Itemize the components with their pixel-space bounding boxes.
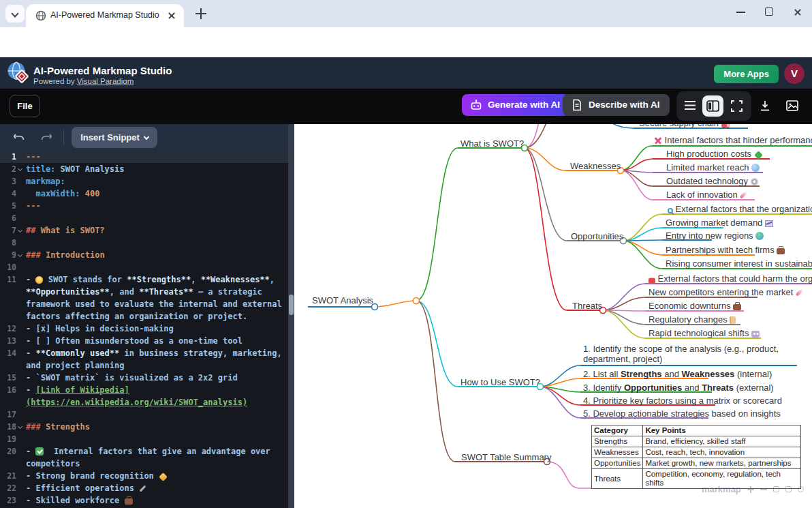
mindmap-node-swot-table-summary[interactable]: SWOT Table Summary	[461, 452, 551, 462]
fold-chevron-icon[interactable]	[18, 424, 22, 429]
window-close-button[interactable]	[792, 7, 802, 17]
mindmap-node-weakness-item-4[interactable]: Outdated technology	[666, 176, 758, 186]
editor-only-view-icon[interactable]	[685, 101, 696, 110]
editor-row[interactable]: framework used to evaluate the internal …	[0, 298, 289, 310]
editor-row[interactable]: 10	[0, 261, 289, 273]
editor-row[interactable]: 3markmap:	[0, 175, 289, 188]
editor-row[interactable]: 16- [Link of Wikipedia]	[0, 384, 289, 396]
mindmap-node-threat-item-5[interactable]: Rapid technological shifts	[649, 328, 760, 338]
editor-row[interactable]: 2title: SWOT Analysis	[0, 163, 289, 175]
mindmap-node-threat-item-1[interactable]: External factors that could harm the org…	[649, 273, 812, 284]
tab-close-icon[interactable]	[166, 10, 177, 21]
editor-row[interactable]: 13- [ ] Often misunderstood as a one-tim…	[0, 335, 289, 347]
editor-row[interactable]: 20- Internal factors that give an advant…	[0, 445, 289, 458]
mindmap-node-howto-step-2[interactable]: 2. List all Strengths and Weaknesses (in…	[583, 369, 772, 379]
window-minimize-button[interactable]	[736, 7, 746, 16]
editor-scrollbar[interactable]	[288, 124, 294, 508]
editor-row[interactable]: 1---	[0, 151, 289, 163]
mindmap-node-weaknesses[interactable]: Weaknesses	[570, 161, 621, 171]
insert-snippet-button[interactable]: Insert Snippet	[72, 127, 157, 148]
fit-view-icon[interactable]	[773, 486, 779, 492]
mindmap-node-weakness-item-1[interactable]: Internal factors that hinder performance	[654, 135, 812, 145]
mindmap-node-opportunity-item-2[interactable]: Growing market demand	[666, 218, 773, 228]
zoom-out-icon[interactable]	[760, 489, 767, 490]
mindmap-canvas[interactable]: SWOT AnalysisWhat is SWOT?Secure supply …	[294, 124, 812, 508]
editor-row[interactable]: 22- Efficient operations	[0, 482, 289, 494]
mindmap-node-weakness-item-2[interactable]: High production costs	[666, 149, 763, 159]
file-menu-button[interactable]: File	[10, 95, 40, 117]
mindmap-node-opportunity-item-1[interactable]: External factors that the organization c…	[668, 204, 812, 214]
mindmap-node-weakness-item-5[interactable]: Lack of innovation	[666, 190, 747, 200]
editor-row[interactable]: 7## What is SWOT?	[0, 224, 289, 237]
editor-row[interactable]: 5---	[0, 200, 289, 212]
code-text: title: SWOT Analysis	[26, 163, 125, 175]
editor-row[interactable]: 9### Introduction	[0, 249, 289, 261]
mindmap-node-howto-step-5[interactable]: 5. Develop actionable strategies based o…	[583, 408, 781, 419]
editor-row[interactable]: 21- Strong brand recognition	[0, 470, 289, 482]
mindmap-node-secure-supply-chain[interactable]: Secure supply chain	[639, 124, 730, 128]
fullscreen-view-icon[interactable]	[731, 100, 743, 112]
junction-node-circle[interactable]	[413, 298, 420, 304]
editor-row[interactable]: 18### Strengths	[0, 421, 289, 433]
mindmap-node-opportunity-item-4[interactable]: Partnerships with tech firms	[666, 245, 785, 255]
visual-paradigm-link[interactable]: Visual Paradigm	[77, 77, 134, 85]
code-text: ### Introduction	[26, 249, 105, 261]
mindmap-node-howto-step-4[interactable]: 4. Prioritize key factors using a matrix…	[583, 395, 782, 406]
undo-icon[interactable]	[13, 132, 25, 143]
code-text: - [ ] Often misunderstood as a one-time …	[26, 335, 243, 347]
refresh-map-icon[interactable]	[798, 486, 804, 492]
editor-row[interactable]: 4 maxWidth: 400	[0, 188, 289, 200]
mindmap-node-swot-analysis-root[interactable]: SWOT Analysis	[312, 295, 373, 305]
line-number: 15	[0, 372, 16, 384]
mindmap-node-threat-item-4[interactable]: Regulatory changes	[649, 314, 736, 325]
new-tab-button[interactable]	[195, 8, 207, 20]
mindmap-node-how-to-use-swot[interactable]: How to Use SWOT?	[460, 377, 540, 387]
mindmap-node-threats[interactable]: Threats	[572, 301, 602, 311]
tab-search-chevron-button[interactable]	[5, 5, 25, 23]
fold-chevron-icon[interactable]	[18, 252, 22, 257]
more-apps-button[interactable]: More Apps	[714, 65, 779, 83]
editor-scrollbar-thumb[interactable]	[289, 295, 294, 315]
mindmap-node-weakness-item-3[interactable]: Limited market reach	[666, 162, 760, 173]
editor-row[interactable]: 8	[0, 237, 289, 249]
editor-row[interactable]: 12- [x] Helps in decision-making	[0, 323, 289, 335]
editor-row[interactable]: 11- SWOT stands for **Strengths**, **Wea…	[0, 273, 289, 286]
editor-row[interactable]: 19	[0, 433, 289, 445]
mindmap-node-howto-step-3[interactable]: 3. Identify Opportunities and Threats (e…	[583, 383, 774, 393]
vp-account-avatar[interactable]: V	[784, 63, 805, 84]
mindmap-node-what-is-swot[interactable]: What is SWOT?	[460, 138, 524, 149]
editor-row[interactable]: competitors	[0, 458, 289, 470]
mindmap-node-threat-item-2[interactable]: New competitors entering the market	[649, 287, 803, 297]
editor-row[interactable]: 17	[0, 408, 289, 421]
describe-with-ai-button[interactable]: Describe with AI	[563, 94, 670, 116]
editor-row[interactable]: 23- Skilled workforce	[0, 494, 289, 507]
editor-row[interactable]: 15- `SWOT matrix` is visualized as a 2x2…	[0, 372, 289, 384]
download-icon[interactable]	[758, 99, 772, 113]
code-text: - SWOT stands for **Strengths**, **Weakn…	[26, 273, 275, 286]
browser-active-tab[interactable]: AI-Powered Markmap Studio	[26, 4, 184, 27]
editor-row[interactable]: 14- **Commonly used** in business strate…	[0, 347, 289, 359]
zoom-in-icon[interactable]	[747, 486, 754, 493]
editor-row[interactable]: (https://en.wikipedia.org/wiki/SWOT_anal…	[0, 396, 289, 408]
export-image-icon[interactable]	[785, 99, 799, 113]
editor-row[interactable]: factors affecting an organization or pro…	[0, 310, 289, 323]
redo-icon[interactable]	[40, 132, 52, 143]
line-number: 11	[0, 273, 16, 286]
split-view-button[interactable]	[702, 95, 723, 117]
fold-chevron-icon[interactable]	[18, 166, 22, 171]
robot-icon	[751, 331, 760, 338]
mindmap-node-opportunity-item-5[interactable]: Rising consumer interest in sustainabili…	[666, 258, 812, 269]
markdown-editor[interactable]: 1---2title: SWOT Analysis3markmap:4 maxW…	[0, 151, 289, 508]
mindmap-node-threat-item-3[interactable]: Economic downturns	[649, 301, 741, 311]
fullscreen-map-icon[interactable]	[785, 486, 792, 492]
fold-chevron-icon[interactable]	[18, 228, 22, 233]
mindmap-node-opportunity-item-3[interactable]: Entry into new regions	[666, 230, 764, 241]
editor-row[interactable]: 6	[0, 212, 289, 224]
editor-row[interactable]: and project planning	[0, 359, 289, 372]
window-maximize-button[interactable]	[765, 8, 773, 16]
editor-row[interactable]: **Opportunities**, and **Threats** — a s…	[0, 286, 289, 298]
mindmap-node-opportunities[interactable]: Opportunities	[571, 231, 623, 241]
mindmap-node-howto-step-1[interactable]: 1. Identify the scope of the analysis (e…	[583, 344, 796, 364]
table-cell: Threats	[592, 469, 643, 489]
generate-with-ai-button[interactable]: Generate with AI	[462, 94, 569, 116]
